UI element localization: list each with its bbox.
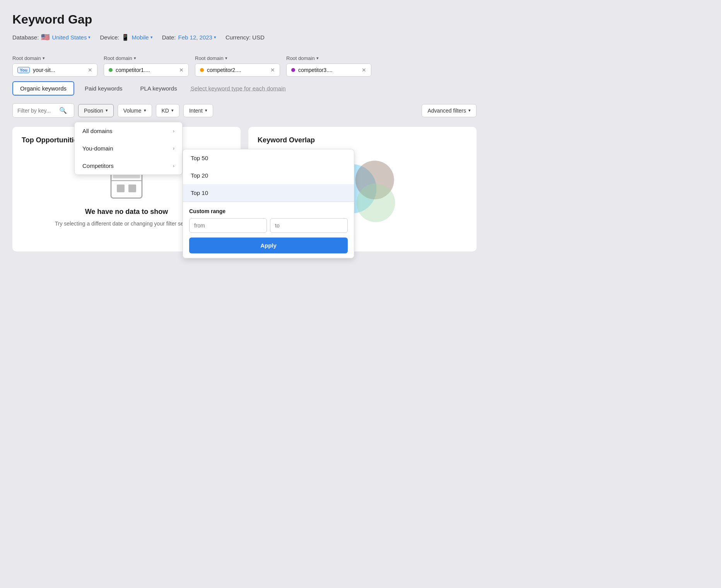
dot-green-icon xyxy=(109,68,113,72)
domain-name-2: competitor2.... xyxy=(207,67,241,73)
position-competitors[interactable]: Competitors › xyxy=(75,157,182,174)
position-chevron-icon: ▾ xyxy=(106,108,108,113)
intent-filter-button[interactable]: Intent ▾ xyxy=(183,104,213,117)
volume-chevron-icon: ▾ xyxy=(144,108,146,113)
kd-label: KD xyxy=(162,108,169,114)
domain-label-chevron-3: ▾ xyxy=(316,56,319,61)
position-label: Position xyxy=(84,108,103,114)
database-label: Database: xyxy=(12,34,39,41)
custom-range-inputs xyxy=(189,218,348,233)
domain-label-1[interactable]: Root domain ▾ xyxy=(104,55,189,61)
competitors-arrow-icon: › xyxy=(173,163,174,169)
domain-label-0[interactable]: Root domain ▾ xyxy=(12,55,97,61)
filter-bar: 🔍 Position ▾ Volume ▾ KD ▾ Intent ▾ Adva… xyxy=(12,103,477,118)
page-title: Keyword Gap xyxy=(12,12,477,27)
advanced-filters-button[interactable]: Advanced filters ▾ xyxy=(422,104,477,117)
page-container: Keyword Gap Database: 🇺🇸 United States ▾… xyxy=(12,12,477,251)
custom-range-to-input[interactable] xyxy=(270,218,348,233)
volume-label: Volume xyxy=(123,108,142,114)
custom-range-label: Custom range xyxy=(189,208,348,214)
dot-orange-icon xyxy=(200,68,204,72)
close-domain-3[interactable]: ✕ xyxy=(362,67,366,73)
domain-chip-2: competitor2.... ✕ xyxy=(195,63,280,77)
database-chevron-icon: ▾ xyxy=(88,35,91,40)
all-domains-arrow-icon: › xyxy=(173,128,174,134)
flag-icon: 🇺🇸 xyxy=(41,33,50,41)
domain-col-3: Root domain ▾ competitor3.... ✕ xyxy=(286,55,371,77)
volume-filter-button[interactable]: Volume ▾ xyxy=(118,104,152,117)
keyword-type-link[interactable]: Select keyword type for each domain xyxy=(191,85,286,92)
domain-name-1: competitor1.... xyxy=(116,67,150,73)
apply-button[interactable]: Apply xyxy=(189,238,348,253)
position-filter-button[interactable]: Position ▾ xyxy=(78,104,114,117)
date-chevron-icon: ▾ xyxy=(214,35,216,40)
domain-chip-3: competitor3.... ✕ xyxy=(286,63,371,77)
search-input[interactable] xyxy=(17,108,56,114)
domain-name-3: competitor3.... xyxy=(298,67,333,73)
you-badge: You xyxy=(17,67,30,73)
advanced-chevron-icon: ▾ xyxy=(468,108,471,113)
domain-label-2[interactable]: Root domain ▾ xyxy=(195,55,280,61)
position-you-domain[interactable]: You-domain › xyxy=(75,140,182,157)
meta-bar: Database: 🇺🇸 United States ▾ Device: 📱 M… xyxy=(12,33,477,41)
database-link[interactable]: United States ▾ xyxy=(52,34,91,41)
tab-pla-keywords[interactable]: PLA keywords xyxy=(133,82,185,95)
close-domain-2[interactable]: ✕ xyxy=(270,67,275,73)
date-meta: Date: Feb 12, 2023 ▾ xyxy=(162,34,216,41)
search-icon: 🔍 xyxy=(59,107,67,114)
position-all-domains[interactable]: All domains › xyxy=(75,122,182,140)
you-domain-arrow-icon: › xyxy=(173,145,174,151)
domain-col-1: Root domain ▾ competitor1.... ✕ xyxy=(104,55,189,77)
advanced-filters-label: Advanced filters xyxy=(427,108,466,114)
currency-meta: Currency: USD xyxy=(226,34,265,41)
intent-chevron-icon: ▾ xyxy=(205,108,207,113)
top-50-option[interactable]: Top 50 xyxy=(183,149,354,167)
date-link[interactable]: Feb 12, 2023 ▾ xyxy=(178,34,216,41)
domain-label-chevron-1: ▾ xyxy=(134,56,136,61)
svg-rect-3 xyxy=(117,185,125,192)
domain-chip-1: competitor1.... ✕ xyxy=(104,63,189,77)
domain-label-chevron-2: ▾ xyxy=(225,56,227,61)
tab-paid-keywords[interactable]: Paid keywords xyxy=(77,82,130,95)
close-domain-1[interactable]: ✕ xyxy=(179,67,184,73)
top-20-option[interactable]: Top 20 xyxy=(183,167,354,184)
dot-purple-icon xyxy=(291,68,295,72)
domain-label-chevron-0: ▾ xyxy=(43,56,45,61)
domain-col-0: Root domain ▾ You your-sit... ✕ xyxy=(12,55,97,77)
keyword-overlap-title: Keyword Overlap xyxy=(258,136,467,144)
keyword-type-bar: Organic keywords Paid keywords PLA keywo… xyxy=(12,81,477,96)
no-data-subtitle: Try selecting a different date or changi… xyxy=(55,220,198,227)
domain-label-3[interactable]: Root domain ▾ xyxy=(286,55,371,61)
device-link[interactable]: Mobile ▾ xyxy=(132,34,152,41)
device-meta: Device: 📱 Mobile ▾ xyxy=(100,34,152,41)
domain-chip-0: You your-sit... ✕ xyxy=(12,63,97,77)
no-data-title: We have no data to show xyxy=(85,208,168,216)
tab-organic-keywords[interactable]: Organic keywords xyxy=(12,81,74,96)
venn-circle-3 xyxy=(357,183,395,222)
custom-range-section: Custom range Apply xyxy=(183,202,354,258)
top-10-option[interactable]: Top 10 xyxy=(183,184,354,202)
database-meta: Database: 🇺🇸 United States ▾ xyxy=(12,33,91,41)
domain-row: Root domain ▾ You your-sit... ✕ Root dom… xyxy=(12,55,477,77)
position-dropdown: All domains › You-domain › Competitors › xyxy=(74,122,183,175)
kd-chevron-icon: ▾ xyxy=(171,108,174,113)
domain-col-2: Root domain ▾ competitor2.... ✕ xyxy=(195,55,280,77)
svg-rect-4 xyxy=(128,185,136,192)
close-domain-0[interactable]: ✕ xyxy=(88,67,92,73)
device-chevron-icon: ▾ xyxy=(150,35,153,40)
kd-filter-button[interactable]: KD ▾ xyxy=(156,104,179,117)
intent-label: Intent xyxy=(189,108,203,114)
custom-range-from-input[interactable] xyxy=(189,218,267,233)
domain-name-0: your-sit... xyxy=(33,67,55,73)
date-label: Date: xyxy=(162,34,176,41)
device-icon: 📱 xyxy=(121,34,129,41)
competitors-sub-dropdown: Top 50 Top 20 Top 10 Custom range Apply xyxy=(183,149,354,258)
search-box: 🔍 xyxy=(12,103,74,118)
device-label: Device: xyxy=(100,34,119,41)
